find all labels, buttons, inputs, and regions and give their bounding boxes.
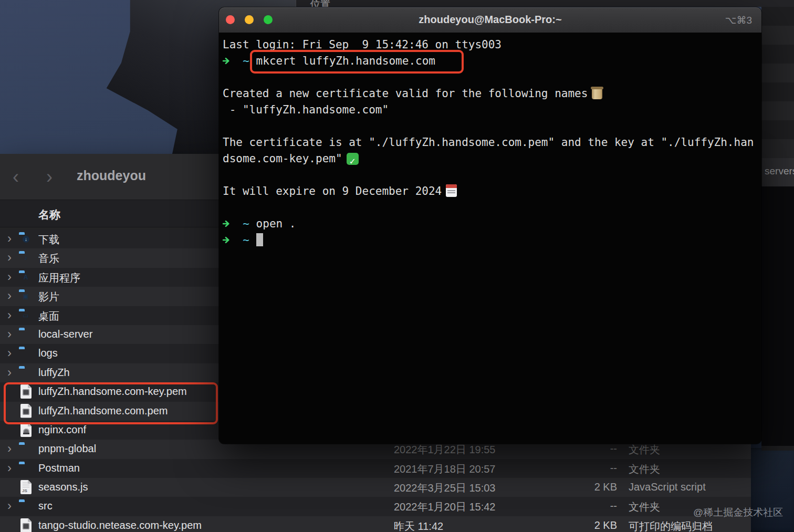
terminal-line: The certificate is at "./luffyZh.handsom… <box>223 134 758 151</box>
modified-date: 昨天 11:42 <box>394 519 443 532</box>
disclosure-chevron-icon[interactable]: › <box>7 231 17 246</box>
list-row <box>761 7 794 26</box>
terminal-titlebar[interactable]: zhoudeyou@MacBook-Pro:~ ⌥⌘3 <box>219 7 761 33</box>
disclosure-chevron-icon[interactable]: › <box>7 250 17 265</box>
check-emoji-icon <box>347 153 359 165</box>
terminal-line: ~ open . <box>223 216 758 232</box>
folder-download-icon: ↓ <box>19 233 33 245</box>
prompt-arrow-icon <box>223 216 229 232</box>
cert-doc-icon <box>19 519 33 532</box>
file-name: Postman <box>38 462 80 474</box>
file-name: 影片 <box>38 290 59 304</box>
terminal-line <box>223 167 758 183</box>
background-window-right-sliver: servers <box>761 7 794 451</box>
modified-date: 2022年1月22日 19:55 <box>394 443 495 457</box>
modified-date: 2021年7月18日 20:57 <box>394 462 495 476</box>
file-name: 下载 <box>38 233 59 247</box>
output-text: dsome.com-key.pem" <box>223 152 342 165</box>
terminal-line <box>223 200 758 216</box>
disclosure-chevron-icon[interactable]: › <box>7 365 17 380</box>
prompt-tilde: ~ <box>243 55 249 67</box>
prompt-arrow-icon <box>223 53 229 69</box>
modified-date: 2022年1月20日 15:42 <box>394 500 495 514</box>
list-row <box>761 26 794 45</box>
folder-icon <box>19 443 33 455</box>
disclosure-chevron-icon[interactable]: › <box>7 288 17 303</box>
terminal-line <box>223 118 758 134</box>
file-row[interactable]: tango-studio.netease.com-key.pem昨天 11:42… <box>0 516 751 532</box>
file-kind: 文件夹 <box>629 462 660 476</box>
disclosure-chevron-icon[interactable]: › <box>7 461 17 475</box>
terminal-cursor <box>256 233 263 246</box>
disclosure-chevron-icon[interactable]: › <box>7 327 17 341</box>
terminal-line: ~ <box>223 232 758 248</box>
back-chevron-icon[interactable]: ‹ <box>13 169 19 185</box>
file-name: nginx.conf <box>38 424 86 436</box>
position-column-header: 位置 <box>310 0 330 7</box>
file-name: local-server <box>38 328 92 340</box>
file-name: 桌面 <box>38 309 59 324</box>
file-name: src <box>38 500 53 512</box>
finder-window-title: zhoudeyou <box>77 168 146 183</box>
output-text: - "luffyZh.handsome.com" <box>223 103 389 116</box>
folder-desktop-icon: ▭ <box>19 309 33 322</box>
file-name: tango-studio.netease.com-key.pem <box>38 519 202 531</box>
watermark: @稀土掘金技术社区 <box>693 506 783 519</box>
list-row <box>761 139 794 158</box>
file-size: -- <box>546 462 617 474</box>
output-text: The certificate is at "./luffyZh.handsom… <box>223 136 754 149</box>
wallpaper-rock-bottom-right <box>747 448 794 532</box>
file-row[interactable]: ›src2022年1月20日 15:42--文件夹 <box>0 497 751 516</box>
file-name: pnpm-global <box>38 443 96 455</box>
file-name: luffyZh <box>38 367 70 379</box>
folder-apps-icon: A <box>19 271 33 284</box>
modified-date: 2022年3月25日 15:03 <box>394 481 495 495</box>
desktop: 位置 servers ‹ › zhoudeyou 名称 ›↓下载›♪音乐›A应用… <box>0 0 794 532</box>
terminal-title: zhoudeyou@MacBook-Pro:~ <box>219 14 761 26</box>
disclosure-chevron-icon[interactable]: › <box>7 441 17 456</box>
output-text: It will expire on 9 December 2024 <box>223 185 442 197</box>
disclosure-chevron-icon[interactable]: › <box>7 498 17 513</box>
prompt-tilde: ~ <box>243 234 249 246</box>
background-window-top-bar: 位置 <box>296 0 794 7</box>
annotation-box-pem-files <box>4 382 218 424</box>
file-row[interactable]: JSseasons.js2022年3月25日 15:032 KBJavaScri… <box>0 478 751 497</box>
folder-icon <box>19 347 33 360</box>
folder-icon <box>19 462 33 475</box>
list-row <box>761 101 794 120</box>
command-text: open . <box>256 217 296 230</box>
file-kind: 文件夹 <box>629 500 660 514</box>
file-size: -- <box>546 500 617 512</box>
servers-row[interactable]: servers <box>761 158 794 186</box>
disclosure-chevron-icon[interactable]: › <box>7 308 17 322</box>
terminal-window: zhoudeyou@MacBook-Pro:~ ⌥⌘3 Last login: … <box>219 7 761 444</box>
file-row[interactable]: ›Postman2021年7月18日 20:57--文件夹 <box>0 459 751 478</box>
terminal-tab-shortcut: ⌥⌘3 <box>725 14 752 26</box>
file-size: 2 KB <box>546 519 617 531</box>
file-size: -- <box>546 443 617 455</box>
list-row <box>761 120 794 139</box>
scroll-emoji-icon <box>592 87 602 99</box>
terminal-line: Created a new certificate valid for the … <box>223 86 758 102</box>
folder-icon <box>19 367 33 379</box>
file-name: seasons.js <box>38 481 88 493</box>
file-name: logs <box>38 347 58 359</box>
terminal-line: - "luffyZh.handsome.com" <box>223 102 758 118</box>
disclosure-chevron-icon[interactable]: › <box>7 269 17 284</box>
disclosure-chevron-icon[interactable]: › <box>7 346 17 360</box>
prompt-tilde: ~ <box>243 217 249 230</box>
annotation-box-mkcert-command <box>250 50 464 74</box>
output-text: Created a new certificate valid for the … <box>223 87 588 100</box>
name-column-header[interactable]: 名称 <box>38 207 60 222</box>
forward-chevron-icon[interactable]: › <box>46 169 53 185</box>
conf-doc-icon <box>19 424 33 436</box>
list-row <box>761 64 794 82</box>
folder-movies-icon: ▣ <box>19 290 33 302</box>
background-window-content <box>761 186 794 446</box>
prompt-arrow-icon <box>223 232 229 248</box>
file-kind: 文件夹 <box>629 443 660 457</box>
output-text: Last login: Fri Sep 9 15:42:46 on ttys00… <box>223 38 502 51</box>
terminal-line: It will expire on 9 December 2024 <box>223 183 758 200</box>
calendar-emoji-icon <box>446 184 457 197</box>
file-kind: JavaScript script <box>629 481 706 493</box>
